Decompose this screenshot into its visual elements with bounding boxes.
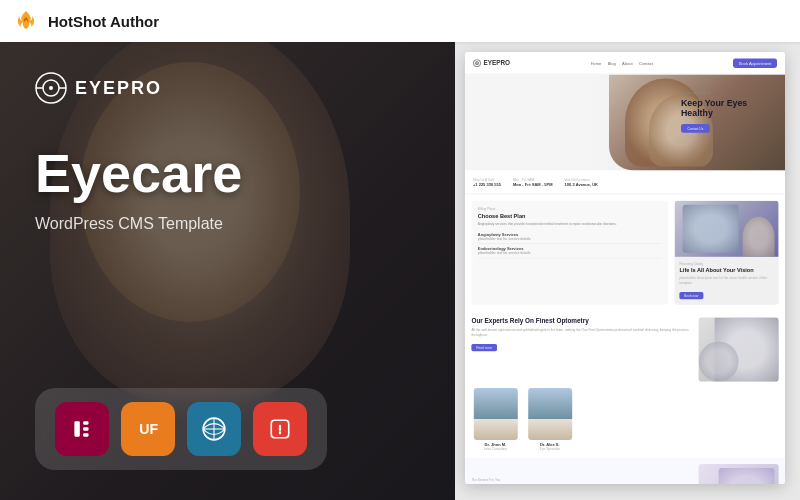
right-section: EYEPRO Home Blog About Contact Book Appo… (455, 42, 800, 500)
wp-appt-text: The Service For You Book Appointment pla… (471, 477, 567, 484)
wp-logo-text: EYEPRO (483, 59, 510, 66)
wp-vision-title: Life Is All About Your Vision (679, 267, 773, 274)
wp-hero-title: Keep Your Eyes Healthy (681, 98, 777, 119)
plugin-icons-row: UF (35, 388, 420, 470)
svg-rect-8 (83, 427, 88, 430)
wp-appointment-section: The Service For You Book Appointment pla… (465, 457, 785, 484)
wp-doctor-1: Dr. Jhon M. Lead Consultant (471, 388, 519, 451)
wp-hero-text: Restoring Clarity Keep Your Eyes Healthy… (681, 90, 777, 133)
svg-point-3 (49, 86, 53, 90)
wp-doctor-2-title: Eye Specialist (540, 447, 560, 451)
svg-rect-9 (83, 433, 88, 436)
wp-appt-image (699, 464, 779, 484)
main-area: EYEPRO Eyecare WordPress CMS Template (0, 42, 800, 500)
wp-content-grid: Billing Plans Choose Best Plan Angioplas… (465, 194, 785, 310)
wp-optometry-btn: Read more (471, 344, 496, 351)
wp-plan-desc: Angioplasty services that provide except… (478, 222, 662, 226)
wp-doctor-2-image (528, 388, 572, 440)
eyepro-logo: EYEPRO (35, 72, 420, 104)
website-preview: EYEPRO Home Blog About Contact Book Appo… (465, 52, 785, 484)
quform-icon (253, 402, 307, 456)
wp-optometry-section: Our Experts Rely On Finest Optometry All… (465, 311, 785, 388)
wp-info-phone: Give Us A Call +1 225 336 555 (473, 177, 501, 187)
wp-optometry-text: Our Experts Rely On Finest Optometry All… (471, 317, 692, 381)
wp-doctor-2: Dr. Alex S. Eye Specialist (526, 388, 574, 451)
wp-vision-section: Restoring Clarity Life Is All About Your… (675, 201, 779, 305)
hotshot-logo-icon (12, 7, 40, 35)
wp-optometry-title: Our Experts Rely On Finest Optometry (471, 317, 692, 325)
svg-point-17 (476, 62, 477, 63)
svg-text:UF: UF (139, 421, 158, 437)
wp-info-strip: Give Us A Call +1 225 336 555 Mon - Fri:… (465, 170, 785, 194)
wp-optometry-image (699, 317, 779, 381)
ultimate-fields-icon: UF (121, 402, 175, 456)
wp-vision-btn: Book now (679, 292, 703, 299)
wp-doctor-1-title: Lead Consultant (484, 447, 507, 451)
top-bar: HotShot Author (0, 0, 800, 42)
wp-hero: Restoring Clarity Keep Your Eyes Healthy… (465, 74, 785, 170)
svg-rect-6 (74, 421, 79, 436)
wp-doctors-section: Dr. Jhon M. Lead Consultant Dr. Alex S. … (465, 388, 785, 458)
left-section: EYEPRO Eyecare WordPress CMS Template (0, 42, 455, 500)
wp-vision-content: Restoring Clarity Life Is All About Your… (675, 257, 779, 305)
wp-hero-tagline: Restoring Clarity (681, 90, 777, 95)
eyepro-logo-icon (35, 72, 67, 104)
subtitle: WordPress CMS Template (35, 215, 420, 233)
wp-header: EYEPRO Home Blog About Contact Book Appo… (465, 52, 785, 74)
wp-plan-title: Choose Best Plan (478, 213, 662, 219)
wp-info-location: Visit Our Location 100-3 Avenue, UK (564, 177, 598, 187)
wp-plan-section: Billing Plans Choose Best Plan Angioplas… (471, 201, 668, 305)
main-title: Eyecare (35, 144, 420, 203)
left-content: EYEPRO Eyecare WordPress CMS Template (0, 42, 455, 500)
wordpress-icon (187, 402, 241, 456)
wp-appt-title: Book Appointment (471, 483, 567, 484)
brand-name: HotShot Author (48, 13, 159, 30)
plugin-icons-wrapper: UF (35, 388, 327, 470)
wp-doctor-1-image (473, 388, 517, 440)
eyepro-logo-text: EYEPRO (75, 78, 162, 99)
wp-service-angioplasty: Angioplasty Services placeholder text fo… (478, 229, 662, 243)
wp-service-endocrinology: Endocrinology Services placeholder text … (478, 244, 662, 258)
wp-info-hours: Mon - Fri: 8AM Mon - Fri: 8AM - 5PM (513, 177, 553, 187)
elementor-icon (55, 402, 109, 456)
wp-nav: Home Blog About Contact (591, 60, 653, 65)
wp-vision-image (675, 201, 779, 257)
wp-hero-cta: Contact Us (681, 124, 710, 133)
wp-header-logo: EYEPRO (473, 59, 510, 67)
svg-rect-7 (83, 421, 88, 424)
wp-book-btn: Book Appointment (733, 58, 777, 68)
